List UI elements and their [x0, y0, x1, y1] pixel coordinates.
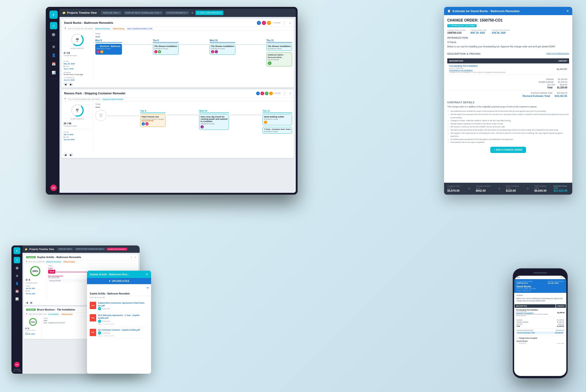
task-time-tile1: 8:00 AM for 9 hours: [154, 48, 177, 50]
blw-avatar[interactable]: CH: [14, 362, 20, 367]
sophia-next[interactable]: ▶: [29, 301, 33, 304]
blw-icon-calendar[interactable]: 📅: [14, 288, 20, 294]
task-title-tile1: Tile Shower Installation: [154, 45, 177, 48]
bruce-tag2: Difficult Access: [61, 313, 73, 315]
task-avatars-tile1: S N: [154, 50, 177, 53]
bruce-tasks: 4 / 4: [25, 327, 40, 330]
progress-text-2: 42 %: [76, 108, 78, 112]
ta-6: L: [215, 50, 218, 53]
blw-stats-sophia: 100% 4 / 4 completed tasks $ sold Jan 30…: [24, 264, 47, 300]
next-arrow-1[interactable]: ▶: [69, 82, 73, 86]
task-avatars-paint: J M: [142, 122, 164, 126]
file-panel-close-icon[interactable]: ✕: [146, 272, 148, 276]
phone-taxable-row: Taxable Subtotal $1,200.00: [517, 321, 564, 323]
project-expand-2[interactable]: ⤢: [289, 92, 291, 95]
sophia-tue8-block[interactable]: Tue 8: [48, 270, 55, 274]
task-weld-thu11[interactable]: Need welding outlet! 8:00 AM for 9 hours…: [263, 114, 292, 125]
phone-project-label: Project: David Burke: [517, 290, 564, 292]
blw-completed-btn[interactable]: COMPLETED PROJECT: [107, 248, 127, 250]
task-electrical[interactable]: ✓ Electrical - Bathroom 8:00 AM for 9 ho…: [95, 44, 122, 55]
projects-icon: 📁: [62, 11, 66, 14]
item-link[interactable]: Freestanding Tub Installation: [449, 69, 544, 71]
app-logo[interactable]: r: [49, 10, 58, 19]
user-avatar[interactable]: CH: [50, 184, 57, 191]
sidebar-icon-grid[interactable]: ▣: [50, 43, 57, 50]
blw-sort-btn[interactable]: SORT BY NEXT SCHEDULED TASK ▾: [75, 248, 105, 250]
sidebar-icon-user[interactable]: 👤: [50, 52, 57, 59]
active-projects-button[interactable]: ACTIVE PROJECTS ▾: [165, 11, 189, 15]
project-body-1: 48 % project progress 4 / 14 completed t…: [61, 31, 294, 81]
task-time-paint: 4:49 PM for 2 hours 11 minutes: [142, 118, 164, 120]
phone-th-desc: DESCRIPTION: [515, 304, 556, 308]
blw-today-sophia: Today: [48, 265, 137, 266]
sophia-expand[interactable]: ⤢: [134, 256, 136, 258]
task-tile-thu11[interactable]: Tile Shower Installation 8:00 AM for 9 h…: [266, 44, 292, 51]
task-paint[interactable]: Paint Trench Line 4:49 PM for 2 hours 11…: [140, 114, 165, 127]
blw-icon-home[interactable]: ⬤: [14, 265, 20, 271]
next-arrow-2[interactable]: ▶: [69, 152, 73, 157]
blw-icon-user[interactable]: 👤: [14, 280, 20, 287]
file-project-address: 5472 9th Court NE: [87, 296, 151, 300]
phone-total-row: Total $1,320.00: [517, 325, 564, 327]
project-menu-1[interactable]: ⋮: [282, 20, 286, 25]
file-name-3[interactable]: SC Customer Contract - Sophia Schiltz.pd…: [98, 329, 148, 332]
phone-time: 8:31: [517, 276, 520, 278]
phone-tax-row: Tax 10% $120.00: [517, 323, 564, 325]
blw-timeline-btn[interactable]: TIMELINE VIEW ▾: [57, 248, 73, 250]
bullet-2: We will inspect the exposed studs and su…: [451, 113, 569, 119]
phone-notch-bar: [533, 272, 547, 274]
timeline-view-button[interactable]: TIMELINE VIEW ▾: [101, 11, 122, 15]
blw-icon-menu[interactable]: ≡: [14, 257, 20, 263]
phone-desc-table: DESCRIPTION AMOUNT Freestanding Tub Inst…: [514, 304, 566, 318]
phone-co-number-label: Change Order Number:: [517, 280, 533, 282]
project-card-david-burke: David Burke - Bathroom Remodels D S R + …: [61, 19, 294, 88]
file-edit-button[interactable]: ✏: [87, 284, 151, 292]
task-tile-wed10[interactable]: Tile Shower Installation 8:00 AM for 9 h…: [210, 44, 235, 55]
sophia-tasks-lbl: completed tasks: [26, 282, 45, 284]
contract-section-title: Contract Details: [447, 101, 569, 104]
task-trench-wed10[interactable]: Have Jose dig trench for running power a…: [199, 114, 229, 130]
stat-tasks-2: 25 / 66 completed tasks: [64, 122, 91, 127]
file-info-1: Independent Contractor Agreement Chad Ho…: [98, 302, 148, 310]
view-cost-button[interactable]: VIEW COST BREAKDOWN: [547, 52, 569, 54]
sidebar-divider-2: [50, 78, 57, 79]
estimate-close-icon[interactable]: ✕: [566, 9, 569, 13]
phone-sig-printed: David Burke: [517, 342, 529, 344]
pdf-icon-1: PDF: [90, 302, 96, 309]
co-title-row: CHANGE ORDER: 1500750-CO1: [447, 18, 569, 23]
prev-arrow-1[interactable]: ◀: [63, 82, 68, 86]
th-description: DESCRIPTION: [447, 58, 546, 64]
sidebar-icon-chart[interactable]: 📊: [50, 69, 57, 76]
task-title-electrical: Electrical - Bathroom: [97, 45, 121, 48]
task-tile-tue9[interactable]: Tile Shower Installation 8:00 AM for 9 h…: [153, 44, 178, 55]
cost-other: Other Company Costs $120.00: [506, 185, 521, 192]
blw-card-header-sophia: Complete Sophia Schiltz - Bathroom Remod…: [24, 254, 138, 260]
filter-icon[interactable]: ⚙: [191, 11, 194, 14]
phone-th-amount: AMOUNT: [556, 304, 566, 308]
add-change-order-button[interactable]: + ADD A CHANGE ORDER: [490, 147, 526, 153]
project-menu-2[interactable]: ⋮: [282, 91, 286, 96]
sidebar-icon-home[interactable]: ⬤: [50, 31, 57, 38]
task-niche[interactable]: Additional Option: Recessed Niche due by…: [266, 52, 292, 66]
cost-labor: Company Labor Costs $5,678.00: [447, 185, 463, 192]
blw-icon-grid[interactable]: ▣: [14, 272, 20, 279]
blw-app-logo[interactable]: r: [13, 247, 20, 254]
project-expand-1[interactable]: ⤢: [289, 21, 291, 24]
sidebar-icon-menu[interactable]: ≡: [50, 22, 57, 29]
upload-file-button[interactable]: ⬆ UPLOAD A FILE: [87, 278, 151, 284]
add-project-button[interactable]: + ADD A NEW PROJECT: [195, 10, 223, 15]
task-title-niche2: Recessed Niche: [268, 56, 291, 58]
sidebar-icon-calendar[interactable]: 📅: [50, 60, 57, 68]
pdf-icon-2: PDF: [90, 314, 96, 322]
blw-icon-chart[interactable]: 📊: [14, 296, 20, 302]
sophia-menu[interactable]: ⋮: [130, 256, 133, 259]
prev-arrow-2[interactable]: ◀: [63, 152, 68, 157]
file-name-2[interactable]: SCS Warranty Agreement - 1 Year - Sophia…: [98, 314, 148, 320]
phone-signal-icon: ▪: [562, 276, 562, 278]
task-chad-thu11[interactable]: T Chad - Container Door Tasks 9:00 AM fo…: [263, 127, 292, 134]
sophia-prev[interactable]: ◀: [25, 301, 29, 304]
contract-bullets-list: Any additional work outside the scope of…: [447, 110, 569, 144]
chevron-down-icon-3: ▾: [187, 12, 187, 14]
sort-button[interactable]: SORT BY NEXT SCHEDULED TASK ▾: [124, 11, 163, 15]
file-name-1[interactable]: Independent Contractor Agreement Chad Ho…: [98, 302, 148, 307]
